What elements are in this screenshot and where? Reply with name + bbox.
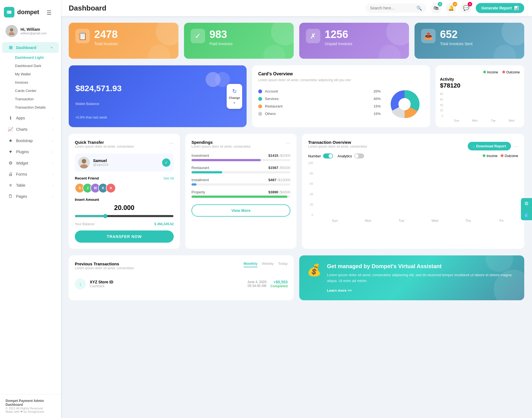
va-learn-more-link[interactable]: Learn more >>: [327, 288, 516, 293]
virtual-assistant-card: 💰 Get managed by Dompet's Virtual Assist…: [299, 255, 524, 300]
quick-transfer-more-btn[interactable]: ⋯: [169, 140, 174, 146]
bar-label-tue: Tue: [485, 119, 502, 122]
number-toggle-group: Number: [308, 153, 333, 158]
dashboard-icon: ⊞: [8, 45, 13, 50]
see-all-link[interactable]: See All: [163, 176, 174, 180]
co-item-restaurant: Restaurant 15%: [258, 104, 381, 108]
svg-point-5: [398, 98, 411, 110]
card-overview: Card's Overview Lorem ipsum dolor sit am…: [252, 65, 430, 127]
bootstrap-icon: ★: [8, 138, 13, 143]
sidebar-item-table[interactable]: ≡ Table ›: [2, 180, 59, 191]
hamburger-btn[interactable]: ☰: [41, 4, 57, 20]
spendings-more-btn[interactable]: ⋯: [285, 140, 290, 146]
user-name: Hi, William: [21, 27, 47, 32]
header: Dashboard 🔍 🛍 2 🔔 12 💬 5 Generate Report…: [61, 0, 532, 16]
download-icon: ↓: [473, 144, 475, 148]
user-email: william@gmail.com: [21, 32, 47, 35]
card-overview-sub: Lorem ipsum dolor sit amet, consectetur …: [258, 78, 351, 82]
generate-report-button[interactable]: Generate Report 📊: [476, 3, 524, 13]
sidebar-footer: Dompet Payment Admin Dashboard © 2021 Al…: [0, 394, 61, 418]
big-bar-label-wed: Wed: [418, 219, 451, 223]
search-input[interactable]: [370, 6, 414, 10]
previous-transactions-card: Previous Transactions Lorem ipsum dolor …: [69, 255, 294, 300]
txn-status: Completed: [270, 284, 288, 288]
txn-tabs: Monthly Weekly Today: [244, 261, 288, 267]
cart-btn[interactable]: 🛍 2: [431, 3, 441, 13]
activity-card: Income Outcome Activity $78120 806040200: [436, 65, 524, 127]
tab-monthly[interactable]: Monthly: [244, 261, 257, 267]
sidebar-sub-transaction[interactable]: Transaction: [11, 95, 59, 103]
charts-icon: 📈: [8, 127, 13, 132]
stat-num-sent: 652: [440, 29, 473, 40]
va-text: Lorem ipsum dolor sit amet, consectetur …: [327, 272, 516, 284]
theme-sidebar-btn[interactable]: 💧: [521, 209, 532, 220]
svg-point-6: [82, 159, 86, 163]
qt-avatar: [78, 157, 90, 168]
stat-icon-sent: 📤: [421, 29, 436, 43]
sidebar-sub-invoices[interactable]: Invoices: [11, 78, 59, 86]
tab-today[interactable]: Today: [278, 261, 288, 267]
wallet-change: +0.8% than last week: [75, 116, 240, 119]
sidebar-item-charts[interactable]: 📈 Charts ›: [2, 124, 59, 135]
stat-label-paid: Paid Invoices: [209, 42, 232, 46]
analytics-toggle[interactable]: [354, 153, 364, 158]
transaction-overview-card: Transaction Overview Lorem ipsum dolor s…: [302, 134, 524, 249]
activity-amount: $78120: [440, 82, 520, 89]
sp-restaurant: Restaurant $1567 /$5000: [191, 166, 290, 173]
svg-point-7: [80, 164, 88, 168]
wallet-change-button[interactable]: ↻ Change ▼: [227, 84, 242, 109]
txn-more-btn[interactable]: ⋯: [513, 143, 518, 149]
sidebar-item-widget[interactable]: ⚙ Widget ›: [2, 158, 59, 168]
sidebar-item-apps[interactable]: ℹ Apps ›: [2, 112, 59, 123]
amount-display: 20.000: [75, 204, 174, 212]
stat-card-sent: 📤 652 Total Invoices Sent: [415, 23, 524, 59]
stat-num-total: 2478: [94, 29, 118, 40]
sidebar-item-forms[interactable]: 🖨 Forms ›: [2, 169, 59, 179]
sidebar-sub-cards-center[interactable]: Cards Center: [11, 87, 59, 95]
sidebar-sub-dashboard-light[interactable]: Dashboard Light: [11, 53, 59, 61]
table-icon: ≡: [8, 183, 13, 188]
big-bar-label-fri: Fri: [485, 219, 518, 223]
sp-property: Property $3890 /$4000: [191, 190, 290, 198]
bell-btn[interactable]: 🔔 12: [446, 3, 456, 13]
co-item-services: Services 40%: [258, 97, 381, 101]
chat-btn[interactable]: 💬 5: [461, 3, 471, 13]
recent-friend-row: Recent Friend See All: [75, 176, 174, 180]
dashboard-arrow: ▼: [50, 46, 53, 49]
bell-badge: 12: [453, 2, 457, 6]
va-icon: 💰: [307, 263, 321, 277]
download-report-button[interactable]: ↓ Download Report: [468, 142, 511, 150]
big-bar-label-sun: Sun: [318, 219, 351, 223]
wallet-label: Wallet Balance: [75, 102, 240, 106]
amount-slider[interactable]: [75, 214, 174, 218]
sidebar-sub-my-wallet[interactable]: My Wallet: [11, 70, 59, 78]
sidebar-item-bootstrap[interactable]: ★ Bootstrap ›: [2, 135, 59, 146]
sidebar-item-dashboard[interactable]: ⊞ Dashboard ▼: [2, 42, 59, 53]
sidebar-sub-transaction-details[interactable]: Transaction Details: [11, 103, 59, 111]
bar-label-mon: Mon: [467, 119, 483, 122]
settings-sidebar-btn[interactable]: ⚙: [521, 198, 532, 209]
transfer-now-button[interactable]: TRANSFER NOW: [75, 230, 174, 243]
spendings-sub: Lorem ipsum dolor sit amet, consectetur: [191, 145, 250, 148]
qt-user-handle: @sam224: [93, 163, 108, 167]
pages-icon: 🗒: [8, 194, 13, 199]
bar-label-wed: Wed: [503, 119, 520, 122]
txn-legend: Income Outcome: [483, 154, 518, 158]
sidebar-sub-dashboard-dark[interactable]: Dashboard Dark: [11, 62, 59, 70]
tab-weekly[interactable]: Weekly: [262, 261, 273, 267]
stat-card-total-invoices: 📋 2478 Total Invoices: [69, 23, 178, 59]
txn-overview-sub: Lorem ipsum dolor sit amet, consectetur: [308, 145, 367, 148]
change-label: Change: [229, 96, 240, 99]
view-more-button[interactable]: View More: [191, 204, 290, 217]
stat-label-unpaid: Unpaid Invoices: [325, 42, 352, 46]
logo-text: dompet: [17, 9, 39, 16]
spendings-list: Investment $1415 /$2000 Restaurant $1567…: [191, 153, 290, 198]
sidebar-item-pages[interactable]: 🗒 Pages ›: [2, 191, 59, 202]
insert-amount-label: Insert Amount: [75, 198, 174, 202]
toggle-row: Number Analytics Income Outcome: [308, 153, 518, 158]
sidebar-item-plugins[interactable]: ♥ Plugins ›: [2, 147, 59, 157]
mid-row: $824,571.93 Wallet Balance +0.8% than la…: [69, 65, 524, 127]
number-toggle[interactable]: [323, 153, 333, 158]
analytics-label: Analytics: [337, 154, 352, 158]
main-content: Dashboard 🔍 🛍 2 🔔 12 💬 5 Generate Report…: [61, 0, 532, 418]
